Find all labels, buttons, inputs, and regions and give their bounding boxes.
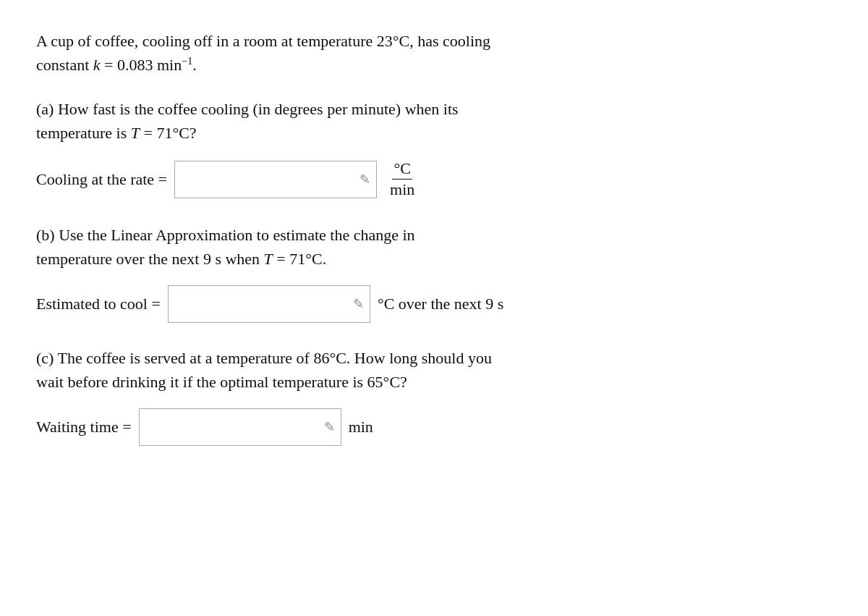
part-a-line1: (a) How fast is the coffee cooling (in d… [36, 100, 459, 118]
part-a-question: (a) How fast is the coffee cooling (in d… [36, 97, 832, 145]
part-c-units: min [349, 418, 373, 436]
part-a: (a) How fast is the coffee cooling (in d… [36, 97, 832, 200]
part-c: (c) The coffee is served at a temperatur… [36, 346, 832, 446]
part-c-label: Waiting time = [36, 418, 132, 436]
part-a-pencil-icon[interactable]: ✎ [359, 172, 370, 187]
part-b-line2: temperature over the next 9 s when T = 7… [36, 250, 326, 268]
part-b-units: °C over the next 9 s [378, 295, 503, 313]
part-a-units-denominator: min [390, 180, 414, 199]
part-b: (b) Use the Linear Approximation to esti… [36, 223, 832, 323]
part-c-pencil-icon[interactable]: ✎ [324, 419, 335, 435]
intro-paragraph: A cup of coffee, cooling off in a room a… [36, 29, 832, 77]
part-b-answer-row: Estimated to cool = ✎ °C over the next 9… [36, 285, 832, 323]
part-b-question: (b) Use the Linear Approximation to esti… [36, 223, 832, 271]
part-b-label: Estimated to cool = [36, 295, 161, 313]
intro-line1: A cup of coffee, cooling off in a room a… [36, 32, 490, 50]
part-a-line2: temperature is T = 71°C? [36, 124, 197, 142]
part-c-input-box[interactable]: ✎ [139, 408, 341, 446]
part-a-label: Cooling at the rate = [36, 170, 167, 189]
part-c-line2: wait before drinking it if the optimal t… [36, 373, 407, 391]
intro-line2: constant k = 0.083 min−1. [36, 56, 197, 74]
part-a-input-box[interactable]: ✎ [174, 161, 377, 198]
part-c-question: (c) The coffee is served at a temperatur… [36, 346, 832, 394]
part-c-answer-row: Waiting time = ✎ min [36, 408, 832, 446]
part-a-units-numerator: °C [392, 159, 412, 180]
part-a-units: °C min [390, 159, 414, 200]
part-b-pencil-icon[interactable]: ✎ [353, 296, 364, 312]
part-b-input-box[interactable]: ✎ [168, 285, 370, 323]
part-b-line1: (b) Use the Linear Approximation to esti… [36, 226, 415, 244]
part-a-answer-row: Cooling at the rate = ✎ °C min [36, 159, 832, 200]
part-c-line1: (c) The coffee is served at a temperatur… [36, 349, 492, 367]
